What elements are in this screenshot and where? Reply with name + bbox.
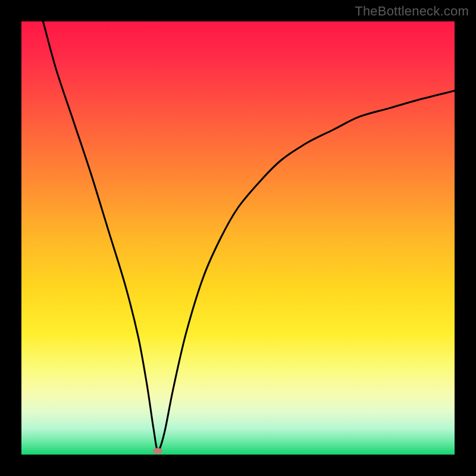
plot-area (21, 21, 455, 455)
watermark-text: TheBottleneck.com (355, 4, 469, 19)
curve-path (43, 21, 455, 450)
curve-svg (21, 21, 455, 455)
chart-frame: TheBottleneck.com (0, 0, 476, 476)
minimum-marker (153, 448, 162, 454)
